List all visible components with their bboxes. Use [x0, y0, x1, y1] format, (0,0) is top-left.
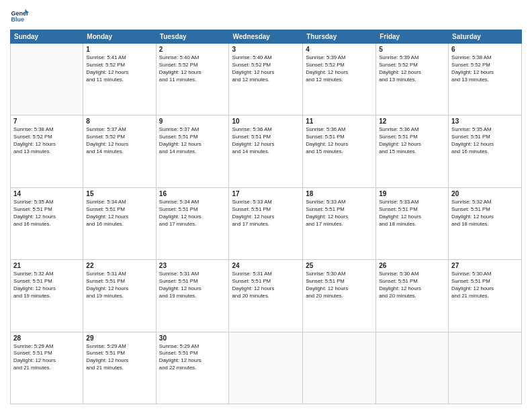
day-number: 1	[86, 46, 152, 53]
day-info: Sunrise: 5:34 AMSunset: 5:51 PMDaylight:…	[159, 199, 226, 228]
weekday-header: Friday	[376, 30, 449, 44]
calendar-cell: 29Sunrise: 5:29 AMSunset: 5:51 PMDayligh…	[83, 332, 156, 404]
day-number: 16	[159, 190, 226, 197]
calendar-cell: 12Sunrise: 5:36 AMSunset: 5:51 PMDayligh…	[376, 116, 449, 187]
calendar-cell: 8Sunrise: 5:37 AMSunset: 5:52 PMDaylight…	[83, 116, 156, 187]
day-info: Sunrise: 5:36 AMSunset: 5:51 PMDaylight:…	[232, 126, 300, 156]
day-info: Sunrise: 5:33 AMSunset: 5:51 PMDaylight:…	[232, 199, 300, 228]
calendar-cell: 4Sunrise: 5:39 AMSunset: 5:52 PMDaylight…	[303, 44, 376, 116]
day-info: Sunrise: 5:31 AMSunset: 5:51 PMDaylight:…	[159, 271, 226, 300]
calendar-week-row: 21Sunrise: 5:32 AMSunset: 5:51 PMDayligh…	[11, 260, 522, 332]
calendar-cell: 18Sunrise: 5:33 AMSunset: 5:51 PMDayligh…	[303, 187, 376, 259]
day-info: Sunrise: 5:33 AMSunset: 5:51 PMDaylight:…	[379, 199, 445, 228]
calendar-cell: 10Sunrise: 5:36 AMSunset: 5:51 PMDayligh…	[229, 116, 303, 187]
day-number: 15	[86, 190, 152, 197]
day-number: 8	[86, 118, 152, 125]
calendar-cell: 21Sunrise: 5:32 AMSunset: 5:51 PMDayligh…	[11, 260, 83, 332]
weekday-row: SundayMondayTuesdayWednesdayThursdayFrid…	[11, 30, 522, 44]
day-info: Sunrise: 5:41 AMSunset: 5:52 PMDaylight:…	[86, 54, 152, 84]
day-number: 13	[451, 118, 519, 125]
calendar-cell	[449, 332, 522, 404]
calendar-cell: 5Sunrise: 5:39 AMSunset: 5:52 PMDaylight…	[376, 44, 449, 116]
day-number: 2	[159, 46, 226, 53]
weekday-header: Wednesday	[229, 30, 303, 44]
calendar-cell: 6Sunrise: 5:38 AMSunset: 5:52 PMDaylight…	[449, 44, 522, 116]
day-number: 23	[159, 262, 226, 269]
calendar-cell: 20Sunrise: 5:32 AMSunset: 5:51 PMDayligh…	[449, 187, 522, 259]
day-info: Sunrise: 5:35 AMSunset: 5:51 PMDaylight:…	[13, 199, 80, 228]
day-number: 19	[379, 190, 445, 197]
day-info: Sunrise: 5:35 AMSunset: 5:51 PMDaylight:…	[451, 126, 519, 156]
calendar-cell: 17Sunrise: 5:33 AMSunset: 5:51 PMDayligh…	[229, 187, 303, 259]
logo: General Blue	[10, 7, 32, 26]
logo-icon: General Blue	[10, 7, 29, 26]
calendar-cell: 27Sunrise: 5:30 AMSunset: 5:51 PMDayligh…	[449, 260, 522, 332]
calendar-cell	[11, 44, 83, 116]
day-number: 4	[306, 46, 373, 53]
day-info: Sunrise: 5:36 AMSunset: 5:51 PMDaylight:…	[306, 126, 373, 156]
day-number: 11	[306, 118, 373, 125]
day-info: Sunrise: 5:30 AMSunset: 5:51 PMDaylight:…	[451, 271, 519, 300]
day-info: Sunrise: 5:40 AMSunset: 5:52 PMDaylight:…	[232, 54, 300, 84]
day-number: 7	[13, 118, 80, 125]
day-info: Sunrise: 5:38 AMSunset: 5:52 PMDaylight:…	[13, 126, 80, 156]
weekday-header: Saturday	[449, 30, 522, 44]
page-header: General Blue	[10, 7, 522, 26]
calendar-cell: 25Sunrise: 5:30 AMSunset: 5:51 PMDayligh…	[303, 260, 376, 332]
day-number: 17	[232, 190, 300, 197]
calendar-week-row: 14Sunrise: 5:35 AMSunset: 5:51 PMDayligh…	[11, 187, 522, 259]
weekday-header: Thursday	[303, 30, 376, 44]
calendar-body: 1Sunrise: 5:41 AMSunset: 5:52 PMDaylight…	[11, 44, 522, 404]
day-number: 24	[232, 262, 300, 269]
day-number: 5	[379, 46, 445, 53]
calendar-cell: 16Sunrise: 5:34 AMSunset: 5:51 PMDayligh…	[156, 187, 229, 259]
day-number: 14	[13, 190, 80, 197]
calendar-cell	[303, 332, 376, 404]
day-number: 10	[232, 118, 300, 125]
day-info: Sunrise: 5:39 AMSunset: 5:52 PMDaylight:…	[379, 54, 445, 84]
day-number: 25	[306, 262, 373, 269]
calendar-cell: 9Sunrise: 5:37 AMSunset: 5:51 PMDaylight…	[156, 116, 229, 187]
calendar-cell: 26Sunrise: 5:30 AMSunset: 5:51 PMDayligh…	[376, 260, 449, 332]
day-info: Sunrise: 5:38 AMSunset: 5:52 PMDaylight:…	[451, 54, 519, 84]
day-info: Sunrise: 5:31 AMSunset: 5:51 PMDaylight:…	[86, 271, 152, 300]
day-info: Sunrise: 5:37 AMSunset: 5:52 PMDaylight:…	[86, 126, 152, 156]
day-info: Sunrise: 5:37 AMSunset: 5:51 PMDaylight:…	[159, 126, 226, 156]
calendar-week-row: 28Sunrise: 5:29 AMSunset: 5:51 PMDayligh…	[11, 332, 522, 404]
day-number: 22	[86, 262, 152, 269]
day-number: 26	[379, 262, 445, 269]
day-info: Sunrise: 5:39 AMSunset: 5:52 PMDaylight:…	[306, 54, 373, 84]
calendar-cell: 19Sunrise: 5:33 AMSunset: 5:51 PMDayligh…	[376, 187, 449, 259]
calendar-cell: 28Sunrise: 5:29 AMSunset: 5:51 PMDayligh…	[11, 332, 83, 404]
calendar-week-row: 7Sunrise: 5:38 AMSunset: 5:52 PMDaylight…	[11, 116, 522, 187]
calendar-cell: 13Sunrise: 5:35 AMSunset: 5:51 PMDayligh…	[449, 116, 522, 187]
day-number: 9	[159, 118, 226, 125]
day-info: Sunrise: 5:32 AMSunset: 5:51 PMDaylight:…	[13, 271, 80, 300]
day-number: 30	[159, 334, 226, 342]
calendar-cell: 7Sunrise: 5:38 AMSunset: 5:52 PMDaylight…	[11, 116, 83, 187]
day-number: 21	[13, 262, 80, 269]
calendar-table: SundayMondayTuesdayWednesdayThursdayFrid…	[10, 30, 522, 404]
calendar-cell: 11Sunrise: 5:36 AMSunset: 5:51 PMDayligh…	[303, 116, 376, 187]
day-info: Sunrise: 5:30 AMSunset: 5:51 PMDaylight:…	[379, 271, 445, 300]
calendar-cell	[229, 332, 303, 404]
day-number: 29	[86, 334, 152, 342]
day-number: 12	[379, 118, 445, 125]
calendar-header: SundayMondayTuesdayWednesdayThursdayFrid…	[11, 30, 522, 44]
day-info: Sunrise: 5:30 AMSunset: 5:51 PMDaylight:…	[306, 271, 373, 300]
day-info: Sunrise: 5:31 AMSunset: 5:51 PMDaylight:…	[232, 271, 300, 300]
day-info: Sunrise: 5:36 AMSunset: 5:51 PMDaylight:…	[379, 126, 445, 156]
calendar-cell: 15Sunrise: 5:34 AMSunset: 5:51 PMDayligh…	[83, 187, 156, 259]
day-number: 28	[13, 334, 80, 342]
day-number: 6	[451, 46, 519, 53]
day-info: Sunrise: 5:29 AMSunset: 5:51 PMDaylight:…	[13, 343, 80, 373]
calendar-cell: 30Sunrise: 5:29 AMSunset: 5:51 PMDayligh…	[156, 332, 229, 404]
day-number: 18	[306, 190, 373, 197]
day-info: Sunrise: 5:29 AMSunset: 5:51 PMDaylight:…	[159, 343, 226, 373]
calendar-cell: 2Sunrise: 5:40 AMSunset: 5:52 PMDaylight…	[156, 44, 229, 116]
day-info: Sunrise: 5:34 AMSunset: 5:51 PMDaylight:…	[86, 199, 152, 228]
day-number: 27	[451, 262, 519, 269]
calendar-cell	[376, 332, 449, 404]
day-number: 3	[232, 46, 300, 53]
weekday-header: Tuesday	[156, 30, 229, 44]
